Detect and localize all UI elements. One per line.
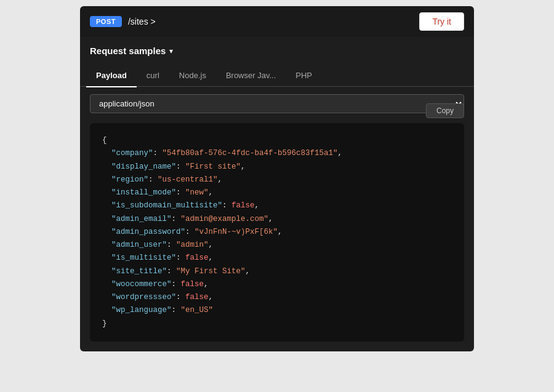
code-block: { "company": "54fb80af-576c-4fdc-ba4f-b5… <box>90 123 464 342</box>
top-bar-left: POST /sites > <box>90 16 156 27</box>
request-samples-title: Request samples <box>90 46 166 56</box>
tab-nodejs[interactable]: Node.js <box>169 65 216 86</box>
page-wrapper: POST /sites > Try it Request samples ▾ P… <box>0 0 554 392</box>
tab-curl[interactable]: curl <box>137 65 169 86</box>
method-badge: POST <box>90 16 122 27</box>
request-samples-header: Request samples ▾ <box>80 37 474 65</box>
content-type-select[interactable]: application/json <box>90 94 464 113</box>
chevron-down-icon: ▾ <box>169 47 173 55</box>
copy-button[interactable]: Copy <box>426 103 464 118</box>
try-it-button[interactable]: Try it <box>419 12 464 31</box>
tab-php[interactable]: PHP <box>286 65 322 86</box>
tab-browser-javascript[interactable]: Browser Jav... <box>216 65 286 86</box>
request-panel: Request samples ▾ Payload curl Node.js B… <box>80 37 474 351</box>
content-type-bar: application/json <box>80 87 474 121</box>
endpoint-text: /sites > <box>128 17 156 26</box>
top-bar: POST /sites > Try it <box>80 6 474 37</box>
tab-payload[interactable]: Payload <box>86 65 137 86</box>
code-container: Copy { "company": "54fb80af-576c-4fdc-ba… <box>90 123 464 342</box>
tabs-bar: Payload curl Node.js Browser Jav... PHP <box>80 65 474 87</box>
